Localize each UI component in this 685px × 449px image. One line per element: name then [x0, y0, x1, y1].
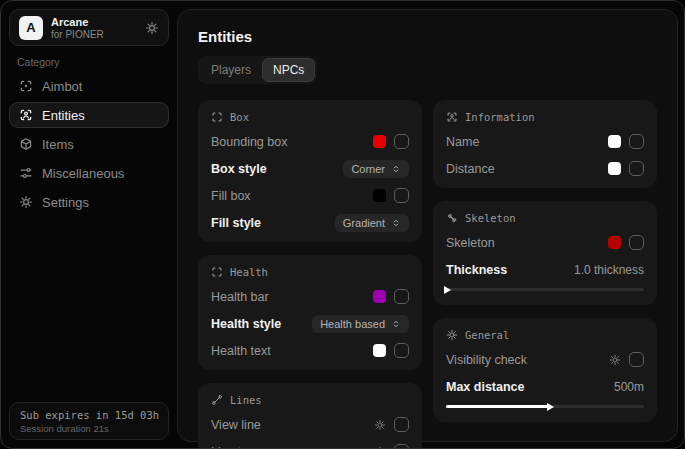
- app-header-card: A Arcane for PIONER: [9, 9, 169, 46]
- right-column: Information Name Distance: [433, 100, 657, 422]
- row-label: Visibility check: [446, 353, 527, 367]
- view-line-checkbox[interactable]: [394, 417, 409, 432]
- setting-row-fill-box: Fill box: [211, 187, 409, 204]
- row-label: Skeleton: [446, 236, 495, 250]
- row-label: Max distance: [446, 380, 525, 394]
- slider-thumb[interactable]: [444, 286, 451, 294]
- category-label: Category: [17, 56, 60, 68]
- sidebar-item-miscellaneous[interactable]: Miscellaneous: [9, 160, 169, 186]
- sub-expires-text: Sub expires in 15d 03h: [20, 409, 158, 421]
- row-label: Line to enemy: [211, 445, 290, 449]
- main-panel: Entities Players NPCs Box Bounding box: [177, 9, 678, 442]
- color-swatch[interactable]: [373, 344, 386, 357]
- setting-row-thickness: Thickness 1.0 thickness: [446, 261, 644, 278]
- max-distance-value: 500m: [614, 380, 644, 394]
- app-name: Arcane: [51, 16, 137, 28]
- line-to-enemy-checkbox[interactable]: [394, 444, 409, 449]
- setting-row-name: Name: [446, 133, 644, 150]
- line-to-enemy-settings-button[interactable]: [374, 446, 386, 449]
- card-title: Box: [230, 111, 249, 123]
- fill-style-dropdown[interactable]: Gradient: [335, 214, 409, 232]
- line-tool-icon: [211, 394, 223, 406]
- color-swatch[interactable]: [608, 236, 621, 249]
- health-card: Health Health bar Health style Health ba…: [198, 255, 422, 370]
- sidebar-item-label: Settings: [42, 195, 89, 210]
- thickness-slider[interactable]: [446, 285, 644, 294]
- tab-group: Players NPCs: [198, 56, 317, 84]
- sidebar-item-entities[interactable]: Entities: [9, 102, 169, 128]
- row-label: Bounding box: [211, 135, 287, 149]
- skeleton-checkbox[interactable]: [629, 235, 644, 250]
- gear-icon: [374, 446, 386, 449]
- color-swatch[interactable]: [373, 135, 386, 148]
- box-style-dropdown[interactable]: Corner: [343, 160, 409, 178]
- app-window: A Arcane for PIONER Category Aimbot Enti…: [0, 0, 685, 449]
- setting-row-health-bar: Health bar: [211, 288, 409, 305]
- color-swatch[interactable]: [373, 189, 386, 202]
- setting-row-fill-style: Fill style Gradient: [211, 214, 409, 231]
- row-label: Health bar: [211, 290, 269, 304]
- row-label: Fill style: [211, 216, 261, 230]
- sidebar-item-label: Miscellaneous: [42, 166, 124, 181]
- sidebar-item-label: Aimbot: [42, 79, 82, 94]
- name-checkbox[interactable]: [629, 134, 644, 149]
- max-distance-slider[interactable]: [446, 402, 644, 411]
- row-label: Thickness: [446, 263, 507, 277]
- slider-thumb[interactable]: [547, 403, 554, 411]
- row-label: Name: [446, 135, 479, 149]
- distance-checkbox[interactable]: [629, 161, 644, 176]
- visibility-check-checkbox[interactable]: [629, 352, 644, 367]
- gear-icon: [145, 21, 159, 35]
- color-swatch[interactable]: [373, 290, 386, 303]
- session-duration-text: Session duration 21s: [20, 423, 158, 434]
- thickness-value: 1.0 thickness: [574, 263, 644, 277]
- row-label: Health text: [211, 344, 271, 358]
- card-title: Skeleton: [465, 212, 516, 224]
- health-style-dropdown[interactable]: Health based: [312, 315, 409, 333]
- view-line-settings-button[interactable]: [374, 419, 386, 431]
- row-label: Health style: [211, 317, 281, 331]
- gear-icon: [609, 354, 621, 366]
- setting-row-health-style: Health style Health based: [211, 315, 409, 332]
- fill-box-checkbox[interactable]: [394, 188, 409, 203]
- sidebar: A Arcane for PIONER Category Aimbot Enti…: [1, 1, 177, 448]
- skeleton-card: Skeleton Skeleton Thickness 1.0 thicknes…: [433, 201, 657, 305]
- visibility-check-settings-button[interactable]: [609, 354, 621, 366]
- health-bar-checkbox[interactable]: [394, 289, 409, 304]
- bone-icon: [446, 212, 458, 224]
- sidebar-item-settings[interactable]: Settings: [9, 189, 169, 215]
- subscription-card: Sub expires in 15d 03h Session duration …: [9, 402, 169, 440]
- tab-players[interactable]: Players: [200, 58, 262, 82]
- app-subtitle: for PIONER: [51, 29, 137, 40]
- sun-gear-icon: [446, 329, 458, 341]
- sidebar-item-items[interactable]: Items: [9, 131, 169, 157]
- setting-row-distance: Distance: [446, 160, 644, 177]
- information-card: Information Name Distance: [433, 100, 657, 188]
- health-text-checkbox[interactable]: [394, 343, 409, 358]
- color-swatch[interactable]: [608, 162, 621, 175]
- row-label: Fill box: [211, 189, 251, 203]
- tab-npcs[interactable]: NPCs: [262, 58, 315, 82]
- bounding-box-checkbox[interactable]: [394, 134, 409, 149]
- scan-brackets-icon: [211, 266, 223, 278]
- chevron-up-down-icon: [391, 319, 401, 329]
- card-title: Health: [230, 266, 268, 278]
- chevron-up-down-icon: [391, 218, 401, 228]
- setting-row-skeleton: Skeleton: [446, 234, 644, 251]
- scan-brackets-icon: [211, 111, 223, 123]
- app-logo: A: [19, 16, 43, 40]
- gear-icon: [374, 419, 386, 431]
- card-title: General: [465, 329, 509, 341]
- setting-row-view-line: View line: [211, 416, 409, 433]
- color-swatch[interactable]: [608, 135, 621, 148]
- sidebar-item-aimbot[interactable]: Aimbot: [9, 73, 169, 99]
- card-title: Lines: [230, 394, 262, 406]
- card-title: Information: [465, 111, 535, 123]
- sliders-icon: [19, 166, 33, 180]
- general-card: General Visibility check Max distance: [433, 318, 657, 422]
- left-column: Box Bounding box Box style Corner: [198, 100, 422, 449]
- entity-scan-icon: [19, 108, 33, 122]
- row-label: Distance: [446, 162, 495, 176]
- page-title: Entities: [198, 28, 657, 45]
- header-settings-button[interactable]: [145, 21, 159, 35]
